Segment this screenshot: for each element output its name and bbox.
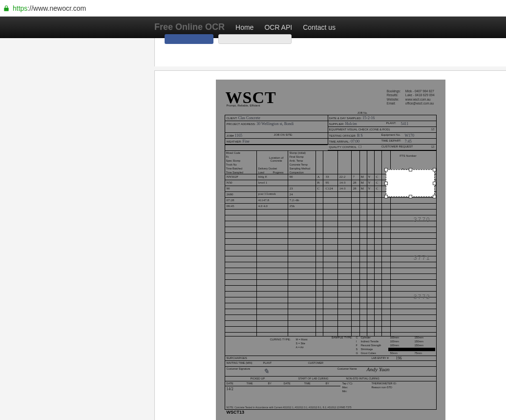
browser-url-bar[interactable]: https://www.newocr.com	[0, 0, 506, 17]
nav-contact[interactable]: Contact us	[303, 23, 336, 31]
row-qc: QUALITY CONTROL ☐ CUSTOMER REQUEST ☑	[328, 145, 436, 150]
url-text: https://www.newocr.com	[13, 4, 86, 12]
share-button-facebook[interactable]	[165, 34, 213, 44]
share-button-secondary[interactable]	[218, 34, 292, 44]
scanned-form: WSCT Prompt, Reliable, Efficient Booking…	[216, 80, 445, 420]
selection-handle-n[interactable]	[409, 168, 412, 171]
row-client: CLIENT: Clas Concrete	[225, 115, 328, 121]
selection-handle-w[interactable]	[384, 182, 388, 185]
fts-number-3: 3771	[414, 254, 431, 261]
form-id: WSCT13	[227, 410, 245, 415]
lock-icon	[3, 5, 10, 12]
ocr-selection-box[interactable]	[386, 169, 435, 197]
row-times: TIME ARRIVAL: 07:00 TIME DEPART: 7:45	[328, 139, 436, 145]
fts-number-4: 3772	[414, 294, 431, 300]
row-date: DATE & DAY SAMPLED: 15-2-16	[328, 115, 436, 121]
row-equip: EQUIPMENT VISUAL CHECK (CONE & ROD) ☑	[328, 127, 436, 133]
fts-number-2: 3770	[414, 216, 431, 223]
selection-handle-sw[interactable]	[384, 195, 388, 198]
fts-header: FTS Number	[400, 154, 416, 157]
form-tagline: Prompt, Reliable, Efficient	[227, 104, 260, 107]
row-weather2: WEATHER: Fine	[225, 139, 328, 145]
selection-handle-e[interactable]	[433, 182, 436, 185]
form-grid: JOB No. CLIENT: Clas Concrete PROJECT AD…	[225, 115, 437, 410]
site-brand[interactable]: Free Online OCR	[154, 22, 225, 32]
selection-handle-se[interactable]	[433, 195, 436, 198]
nav-api[interactable]: OCR API	[264, 23, 292, 31]
row-projectaddr: PROJECT ADDRESS: 30 Wellington st, Bondi	[225, 121, 328, 133]
row-supplier: SUPPLIER: Holcim PLANT: 5411	[328, 121, 436, 127]
share-strip	[154, 38, 506, 66]
row-officer: TESTING OFFICER: B S Equipment No. W170	[328, 133, 436, 139]
page-body: WSCT Prompt, Reliable, Efficient Booking…	[0, 38, 506, 420]
loc-header: Location of Concrete	[264, 156, 289, 162]
nav-home[interactable]: Home	[235, 23, 253, 31]
selection-handle-s[interactable]	[409, 195, 412, 198]
selection-handle-nw[interactable]	[384, 168, 388, 171]
form-contacts: Bookings:Mick - 0407 984 827 Results:Luk…	[387, 89, 435, 106]
selection-handle-ne[interactable]	[433, 168, 436, 171]
row-weather: JOB# 1165 JOB ON SITE:	[225, 133, 328, 139]
form-logo: WSCT	[226, 88, 276, 113]
jobno-label: JOB No.	[358, 111, 368, 114]
ocr-image-preview[interactable]: WSCT Prompt, Reliable, Efficient Booking…	[154, 70, 506, 420]
form-note: NOTE: Concrete Tested in Accordance with…	[227, 406, 352, 409]
